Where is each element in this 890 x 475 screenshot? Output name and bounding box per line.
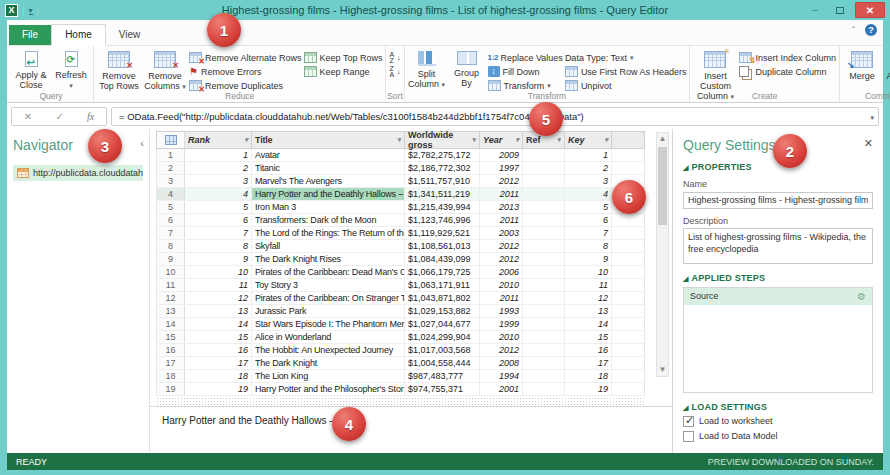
formula-input[interactable]: = OData.Feed("http://publicdata.clouddat… [111, 107, 879, 126]
year-cell[interactable]: 2011 [480, 214, 523, 226]
gross-cell[interactable]: $1,043,871,802 [405, 292, 480, 304]
title-cell[interactable]: Marvel's The Avengers [252, 175, 405, 187]
vertical-scrollbar[interactable]: ▲ ▼ [656, 132, 669, 377]
minimize-button[interactable]: – [805, 4, 825, 17]
table-row[interactable]: 1919Harry Potter and the Philosopher's S… [157, 383, 644, 396]
replace-values-button[interactable]: 1↓2 Replace Values [488, 51, 563, 64]
keep-range-button[interactable]: Keep Range [304, 65, 383, 78]
remove-errors-button[interactable]: ⚑ Remove Errors [189, 65, 302, 78]
rank-cell[interactable]: 8 [185, 240, 252, 252]
table-row[interactable]: 44Harry Potter and the Deathly Hallows –… [157, 188, 644, 201]
title-cell[interactable]: The Dark Knight [252, 357, 405, 369]
gross-cell[interactable]: $1,119,929,521 [405, 227, 480, 239]
ref-cell[interactable] [523, 292, 565, 304]
table-row[interactable]: 33Marvel's The Avengers$1,511,757,910201… [157, 175, 644, 188]
title-cell[interactable]: Transformers: Dark of the Moon [252, 214, 405, 226]
navigator-collapse-icon[interactable]: ‹ [140, 137, 144, 149]
key-cell[interactable]: 17 [565, 357, 612, 369]
key-cell[interactable]: 4 [565, 188, 612, 200]
year-cell[interactable]: 2009 [480, 149, 523, 161]
table-row[interactable]: 77The Lord of the Rings: The Return of t… [157, 227, 644, 240]
insert-index-column-button[interactable]: Insert Index Column [739, 51, 836, 64]
ref-cell[interactable] [523, 357, 565, 369]
filler-cell[interactable] [612, 331, 644, 343]
table-row[interactable]: 1111Toy Story 3$1,063,171,911201011 [157, 279, 644, 292]
row-number-cell[interactable]: 12 [157, 292, 185, 304]
load-to-worksheet-option[interactable]: Load to worksheet [683, 416, 873, 427]
title-cell[interactable]: Harry Potter and the Philosopher's Stone [252, 383, 405, 395]
sort-ascending-button[interactable]: AZ↓ [389, 51, 400, 64]
title-cell[interactable]: Alice in Wonderland [252, 331, 405, 343]
ref-cell[interactable] [523, 214, 565, 226]
gross-cell[interactable]: $1,084,439,099 [405, 253, 480, 265]
split-column-button[interactable]: Split Column ▾ [408, 48, 446, 90]
filler-cell[interactable] [612, 370, 644, 382]
filter-icon[interactable]: ▾ [557, 136, 561, 144]
year-cell[interactable]: 2011 [480, 292, 523, 304]
filler-cell[interactable] [612, 344, 644, 356]
row-number-cell[interactable]: 7 [157, 227, 185, 239]
column-header-year[interactable]: Year▾ [480, 132, 523, 148]
key-cell[interactable]: 6 [565, 214, 612, 226]
gross-cell[interactable]: $1,027,044,677 [405, 318, 480, 330]
year-cell[interactable]: 2012 [480, 175, 523, 187]
ref-cell[interactable] [523, 318, 565, 330]
append-button[interactable]: Append [883, 48, 890, 81]
ref-cell[interactable] [523, 175, 565, 187]
gross-cell[interactable]: $2,186,772,302 [405, 162, 480, 174]
key-cell[interactable]: 16 [565, 344, 612, 356]
navigator-source-item[interactable]: http://publicdata.clouddatahub... [13, 165, 143, 181]
rank-cell[interactable]: 16 [185, 344, 252, 356]
table-row[interactable]: 11Avatar$2,782,275,17220091 [157, 149, 644, 162]
ref-cell[interactable] [523, 201, 565, 213]
row-number-cell[interactable]: 18 [157, 370, 185, 382]
rank-cell[interactable]: 15 [185, 331, 252, 343]
row-number-cell[interactable]: 3 [157, 175, 185, 187]
rank-cell[interactable]: 18 [185, 370, 252, 382]
applied-step-source[interactable]: Source ⚙ [684, 288, 872, 305]
use-first-row-as-headers-button[interactable]: Use First Row As Headers [565, 65, 687, 78]
rank-cell[interactable]: 12 [185, 292, 252, 304]
row-number-cell[interactable]: 11 [157, 279, 185, 291]
column-header-key[interactable]: Key▾ [565, 132, 612, 148]
rank-cell[interactable]: 7 [185, 227, 252, 239]
filler-cell[interactable] [612, 383, 644, 395]
tab-file[interactable]: File [9, 25, 51, 45]
table-row[interactable]: 1010Pirates of the Caribbean: Dead Man's… [157, 266, 644, 279]
year-cell[interactable]: 2012 [480, 253, 523, 265]
year-cell[interactable]: 2006 [480, 266, 523, 278]
table-row[interactable]: 1212Pirates of the Caribbean: On Strange… [157, 292, 644, 305]
gross-cell[interactable]: $1,029,153,882 [405, 305, 480, 317]
filter-icon[interactable]: ▾ [472, 136, 476, 144]
rank-cell[interactable]: 14 [185, 318, 252, 330]
close-button[interactable]: ✕ [855, 2, 885, 18]
grid-corner-cell[interactable] [157, 132, 185, 148]
group-by-button[interactable]: Group By [448, 48, 486, 88]
rank-cell[interactable]: 9 [185, 253, 252, 265]
year-cell[interactable]: 1997 [480, 162, 523, 174]
key-cell[interactable]: 5 [565, 201, 612, 213]
row-number-cell[interactable]: 19 [157, 383, 185, 395]
quick-access-dropdown-icon[interactable]: ▾ [29, 6, 33, 15]
row-number-cell[interactable]: 13 [157, 305, 185, 317]
filler-cell[interactable] [612, 240, 644, 252]
year-cell[interactable]: 2003 [480, 227, 523, 239]
ref-cell[interactable] [523, 331, 565, 343]
title-cell[interactable]: The Lord of the Rings: The Return of the… [252, 227, 405, 239]
filler-cell[interactable] [612, 357, 644, 369]
filler-cell[interactable] [612, 292, 644, 304]
row-number-cell[interactable]: 2 [157, 162, 185, 174]
table-row[interactable]: 1313Jurassic Park$1,029,153,882199313 [157, 305, 644, 318]
filler-cell[interactable] [612, 318, 644, 330]
filler-cell[interactable] [612, 266, 644, 278]
refresh-button[interactable]: Refresh▾ [52, 48, 90, 91]
key-cell[interactable]: 10 [565, 266, 612, 278]
ref-cell[interactable] [523, 305, 565, 317]
load-settings-section-header[interactable]: ◢LOAD SETTINGS [683, 402, 873, 412]
title-cell[interactable]: Titanic [252, 162, 405, 174]
title-cell[interactable]: Iron Man 3 [252, 201, 405, 213]
key-cell[interactable]: 15 [565, 331, 612, 343]
table-row[interactable]: 1717The Dark Knight$1,004,558,444200817 [157, 357, 644, 370]
rank-cell[interactable]: 3 [185, 175, 252, 187]
key-cell[interactable]: 1 [565, 149, 612, 161]
